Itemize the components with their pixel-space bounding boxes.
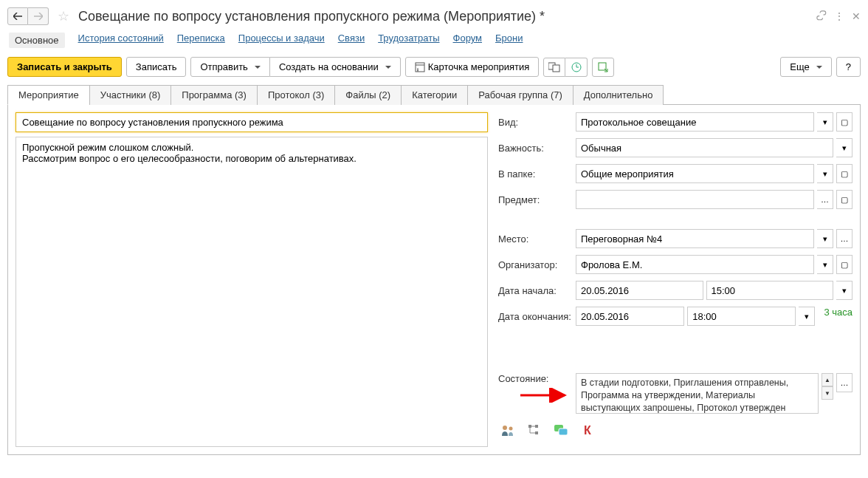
svg-rect-10: [535, 425, 538, 428]
organizer-dropdown-icon[interactable]: ▾: [817, 255, 833, 274]
svg-rect-11: [535, 431, 538, 434]
place-label: Место:: [498, 233, 576, 245]
state-scroll-down-icon[interactable]: ▼: [822, 386, 833, 400]
time-start-dropdown-icon[interactable]: ▾: [836, 281, 852, 300]
state-ellipsis-icon[interactable]: …: [836, 373, 852, 392]
svg-rect-3: [553, 65, 559, 72]
folder-label: В папке:: [498, 168, 576, 180]
save-close-button[interactable]: Записать и закрыть: [7, 57, 122, 77]
nav-back-button[interactable]: [7, 7, 28, 25]
svg-point-7: [503, 426, 507, 430]
place-input[interactable]: [576, 229, 814, 248]
item-open-icon[interactable]: ▢: [836, 190, 852, 209]
chat-icon[interactable]: [553, 423, 569, 439]
state-textbox[interactable]: В стадии подготовки, Приглашения отправл…: [576, 373, 819, 414]
svg-rect-0: [416, 63, 424, 72]
menu-dots-icon[interactable]: ⋮: [834, 10, 844, 22]
kind-dropdown-icon[interactable]: ▾: [817, 112, 833, 132]
description-textarea[interactable]: [16, 137, 488, 447]
importance-label: Важность:: [498, 143, 576, 154]
folder-input[interactable]: [576, 164, 814, 183]
toolbar-icon-1[interactable]: [543, 58, 565, 77]
place-dropdown-icon[interactable]: ▾: [817, 229, 833, 248]
kind-label: Вид:: [498, 117, 576, 128]
state-label: Состояние:: [498, 373, 576, 384]
svg-point-8: [509, 427, 513, 431]
tab-participants[interactable]: Участники (8): [89, 85, 172, 105]
place-ellipsis-icon[interactable]: …: [836, 229, 852, 248]
importance-input[interactable]: [576, 138, 833, 157]
tab-workgroup[interactable]: Рабочая группа (7): [467, 85, 574, 105]
item-label: Предмет:: [498, 194, 576, 205]
tree-icon[interactable]: [526, 423, 542, 439]
kind-input[interactable]: [576, 112, 814, 132]
section-tab-forum[interactable]: Форум: [453, 33, 483, 48]
time-start-input[interactable]: [706, 281, 834, 300]
organizer-open-icon[interactable]: ▢: [836, 255, 852, 274]
section-tab-booking[interactable]: Брони: [495, 33, 523, 48]
organizer-input[interactable]: [576, 255, 814, 274]
date-end-label: Дата окончания:: [498, 311, 576, 322]
kind-open-icon[interactable]: ▢: [836, 112, 852, 132]
section-tab-correspondence[interactable]: Переписка: [177, 33, 225, 48]
tab-protocol[interactable]: Протокол (3): [257, 85, 335, 105]
toolbar-icon-2[interactable]: [565, 58, 588, 77]
save-button[interactable]: Записать: [126, 57, 187, 77]
item-input[interactable]: [576, 190, 814, 209]
importance-dropdown-icon[interactable]: ▾: [836, 138, 852, 157]
nav-forward-button[interactable]: [28, 7, 49, 25]
tab-categories[interactable]: Категории: [401, 85, 468, 105]
create-based-button[interactable]: Создать на основании: [270, 57, 401, 77]
subject-input[interactable]: [16, 112, 488, 132]
window-title: Совещание по вопросу установления пропус…: [78, 9, 812, 24]
k-icon[interactable]: К: [579, 423, 596, 439]
more-button[interactable]: Еще: [780, 57, 831, 77]
annotation-arrow-icon: [520, 388, 572, 403]
section-tab-processes[interactable]: Процессы и задачи: [238, 33, 325, 48]
folder-dropdown-icon[interactable]: ▾: [817, 164, 833, 183]
tab-program[interactable]: Программа (3): [170, 85, 258, 105]
people-icon[interactable]: [500, 423, 516, 439]
toolbar-icon-3[interactable]: [592, 58, 614, 77]
section-tab-history[interactable]: История состояний: [78, 33, 164, 48]
svg-rect-13: [559, 429, 568, 435]
section-tab-labor[interactable]: Трудозатраты: [378, 33, 439, 48]
date-end-input[interactable]: [576, 307, 684, 326]
help-button[interactable]: ?: [836, 57, 861, 77]
favorite-star-icon[interactable]: ☆: [58, 8, 69, 24]
organizer-label: Организатор:: [498, 259, 576, 270]
tab-additional[interactable]: Дополнительно: [573, 85, 664, 105]
item-ellipsis-icon[interactable]: …: [817, 190, 833, 209]
card-button[interactable]: Карточка мероприятия: [405, 57, 540, 77]
close-icon[interactable]: ✕: [852, 10, 861, 22]
time-end-dropdown-icon[interactable]: ▾: [799, 307, 815, 326]
date-start-input[interactable]: [576, 281, 703, 300]
link-icon[interactable]: [816, 10, 827, 22]
section-tab-main[interactable]: Основное: [9, 33, 65, 48]
folder-open-icon[interactable]: ▢: [836, 164, 852, 183]
date-start-label: Дата начала:: [498, 285, 576, 296]
send-button[interactable]: Отправить: [190, 57, 269, 77]
section-tab-links[interactable]: Связи: [338, 33, 365, 48]
state-scroll-up-icon[interactable]: ▲: [822, 373, 833, 386]
tab-files[interactable]: Файлы (2): [334, 85, 402, 105]
tab-event[interactable]: Мероприятие: [7, 85, 90, 105]
section-tabs: Основное История состояний Переписка Про…: [7, 33, 861, 48]
time-end-input[interactable]: [687, 307, 796, 326]
duration-text: 3 часа: [824, 307, 852, 326]
